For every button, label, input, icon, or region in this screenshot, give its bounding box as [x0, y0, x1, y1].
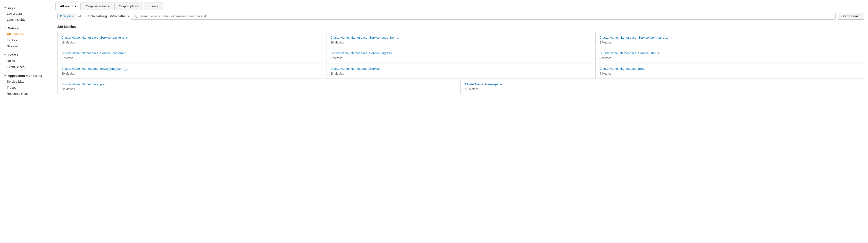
- graph-search-button[interactable]: Graph search: [838, 12, 864, 20]
- chevron-icon: ▼: [4, 54, 6, 56]
- metric-card-2-0[interactable]: ClusterName, Namespace, envoy_http_conn_…: [57, 63, 326, 79]
- metric-card-3-1[interactable]: ClusterName, Namespace90 Metrics: [461, 79, 864, 94]
- region-label: Oregon: [60, 14, 71, 18]
- metric-card-title: ClusterName, Namespace, Service: [330, 67, 591, 71]
- sidebar-section-events[interactable]: ▼Events: [0, 51, 53, 58]
- section-label: Application monitoring: [8, 74, 42, 78]
- section-label: Events: [8, 53, 18, 57]
- metric-card-title: ClusterName, Namespace, Service, backend…: [61, 36, 322, 39]
- sidebar-item-rules[interactable]: Rules: [0, 58, 53, 64]
- metric-card-count: 30 Metrics: [61, 72, 322, 75]
- metric-card-1-2[interactable]: ClusterName, Namespace, Service, status5…: [595, 48, 864, 63]
- metric-card-1-1[interactable]: ClusterName, Namespace, Service, ingress…: [326, 48, 595, 63]
- metric-card-0-2[interactable]: ClusterName, Namespace, Service, command…: [595, 32, 864, 47]
- search-box[interactable]: 🔍: [131, 13, 836, 20]
- chevron-icon: ▼: [4, 27, 6, 30]
- metric-card-count: 83 Metrics: [330, 72, 591, 75]
- breadcrumb-separator: ›: [84, 14, 85, 18]
- metric-card-1-0[interactable]: ClusterName, Namespace, Service, command…: [57, 48, 326, 63]
- metric-card-title: ClusterName, Namespace, envoy_http_conn_…: [61, 67, 322, 71]
- sidebar-item-traces[interactable]: Traces: [0, 85, 53, 91]
- metric-card-count: 3 Metrics: [599, 41, 860, 44]
- breadcrumb-all[interactable]: All: [78, 14, 81, 18]
- search-input[interactable]: [140, 14, 833, 18]
- sidebar-section-metrics[interactable]: ▼Metrics: [0, 25, 53, 31]
- metric-row-1: ClusterName, Namespace, Service, command…: [57, 48, 864, 63]
- metric-row-2: ClusterName, Namespace, envoy_http_conn_…: [57, 63, 864, 79]
- metric-card-3-0[interactable]: ClusterName, Namespace, pool12 Metrics: [57, 79, 461, 94]
- metric-card-2-1[interactable]: ClusterName, Namespace, Service83 Metric…: [326, 63, 595, 79]
- metric-card-count: 12 Metrics: [61, 87, 457, 91]
- tabs-bar: All metricsGraphed metricsGraph optionsS…: [53, 0, 868, 10]
- metric-card-title: ClusterName, Namespace, Service, command…: [599, 36, 860, 39]
- section-label: Logs: [8, 6, 15, 9]
- chevron-icon: ▼: [4, 6, 6, 9]
- metric-card-count: 6 Metrics: [61, 56, 322, 60]
- tab-source[interactable]: Source: [144, 2, 163, 10]
- tab-all-metrics[interactable]: All metrics: [55, 2, 81, 10]
- metric-card-count: 2 Metrics: [330, 56, 591, 60]
- metric-card-count: 18 Metrics: [61, 41, 322, 44]
- metric-card-count: 90 Metrics: [465, 87, 860, 91]
- metric-card-title: ClusterName, Namespace, Service, code, f…: [330, 36, 591, 39]
- region-button[interactable]: Oregon ▾: [57, 13, 76, 20]
- breadcrumb-path: ContainerInsights/Prometheus: [86, 14, 129, 18]
- section-label: Metrics: [8, 26, 19, 30]
- metric-card-title: ClusterName, Namespace, Service, ingress: [330, 51, 591, 55]
- sidebar-item-all-metrics[interactable]: All metrics: [0, 31, 53, 37]
- sidebar-item-service-map[interactable]: Service Map: [0, 79, 53, 85]
- sidebar-item-log-groups[interactable]: Log groups: [0, 10, 53, 17]
- metric-card-2-2[interactable]: ClusterName, Namespace, area4 Metrics: [595, 63, 864, 79]
- tab-graphed-metrics[interactable]: Graphed metrics: [81, 2, 114, 10]
- metric-card-count: 5 Metrics: [599, 56, 860, 60]
- metric-row-3: ClusterName, Namespace, pool12 MetricsCl…: [57, 79, 864, 94]
- metric-row-0: ClusterName, Namespace, Service, backend…: [57, 32, 864, 47]
- metric-card-title: ClusterName, Namespace, Service, status: [599, 51, 860, 55]
- metrics-grid: ClusterName, Namespace, Service, backend…: [53, 30, 868, 243]
- metric-card-count: 4 Metrics: [599, 72, 860, 75]
- metric-card-title: ClusterName, Namespace: [465, 82, 860, 86]
- chevron-down-icon: ▾: [72, 15, 73, 18]
- sidebar-item-logs-insights[interactable]: Logs Insights: [0, 17, 53, 23]
- sidebar-item-event-buses[interactable]: Event Buses: [0, 64, 53, 70]
- metrics-count: 289 Metrics: [53, 22, 868, 30]
- metric-card-title: ClusterName, Namespace, pool: [61, 82, 457, 86]
- metric-card-count: 36 Metrics: [330, 41, 591, 44]
- sidebar: ▼LogsLog groupsLogs Insights▼MetricsAll …: [0, 0, 53, 243]
- metric-card-0-0[interactable]: ClusterName, Namespace, Service, backend…: [57, 32, 326, 47]
- sidebar-section-logs[interactable]: ▼Logs: [0, 4, 53, 10]
- sidebar-item-explorer[interactable]: Explorer: [0, 37, 53, 43]
- metric-card-title: ClusterName, Namespace, area: [599, 67, 860, 71]
- tab-graph-options[interactable]: Graph options: [114, 2, 144, 10]
- sidebar-item-streams[interactable]: Streams: [0, 43, 53, 49]
- filter-bar: Oregon ▾ All › ContainerInsights/Prometh…: [53, 10, 868, 22]
- metric-card-0-1[interactable]: ClusterName, Namespace, Service, code, f…: [326, 32, 595, 47]
- sidebar-item-resource-health[interactable]: Resource Health: [0, 91, 53, 97]
- main-content: All metricsGraphed metricsGraph optionsS…: [53, 0, 868, 243]
- sidebar-section-application-monitoring[interactable]: ▼Application monitoring: [0, 72, 53, 79]
- chevron-icon: ▼: [4, 74, 6, 77]
- metric-card-title: ClusterName, Namespace, Service, command: [61, 51, 322, 55]
- search-icon: 🔍: [133, 14, 137, 18]
